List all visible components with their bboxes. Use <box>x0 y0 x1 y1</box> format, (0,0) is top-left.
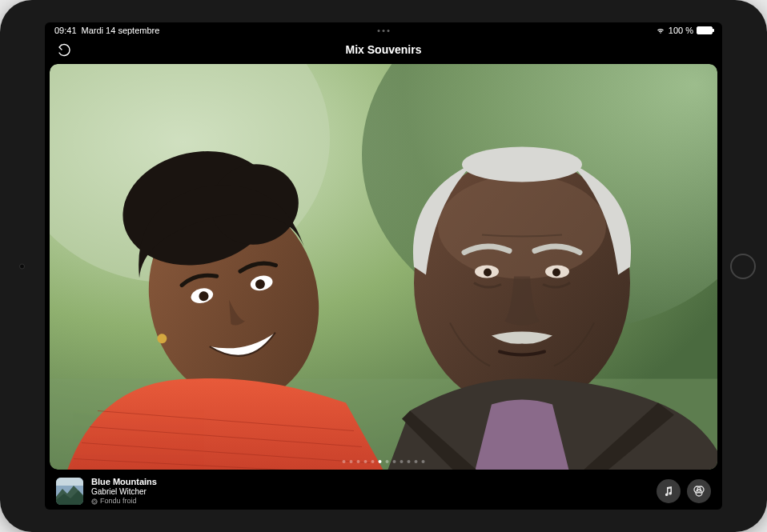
track-title: Blue Mountains <box>91 477 649 487</box>
page-dot[interactable] <box>350 460 353 463</box>
status-left: 09:41 Mardi 14 septembre <box>54 26 159 35</box>
filter-circles-icon <box>693 485 705 498</box>
page-dot[interactable] <box>364 460 367 463</box>
svg-point-16 <box>438 175 606 279</box>
page-dot[interactable] <box>386 460 389 463</box>
page-dot[interactable] <box>371 460 375 463</box>
screen: 09:41 Mardi 14 septembre 100 % Mix So <box>45 22 722 510</box>
page-dot[interactable] <box>408 460 411 463</box>
music-note-icon <box>662 485 675 498</box>
svg-point-17 <box>462 147 582 182</box>
album-artwork[interactable] <box>56 478 83 505</box>
svg-point-19 <box>484 269 492 277</box>
page-dot[interactable] <box>393 460 396 463</box>
page-dot[interactable] <box>343 460 346 463</box>
track-effect: Fondu froid <box>91 497 649 506</box>
status-right: 100 % <box>656 26 713 35</box>
undo-icon <box>56 42 72 58</box>
pagination-dots[interactable] <box>343 460 425 463</box>
aperture-icon <box>91 498 98 505</box>
memory-photo <box>50 64 717 470</box>
front-camera <box>19 263 25 269</box>
bottom-bar: Blue Mountains Gabriel Witcher Fondu fro… <box>45 473 722 510</box>
page-dot[interactable] <box>415 460 418 463</box>
page-dot-active[interactable] <box>379 460 382 463</box>
effect-label: Fondu froid <box>100 497 137 506</box>
header: Mix Souvenirs <box>45 38 722 61</box>
music-button[interactable] <box>657 479 681 503</box>
track-info[interactable]: Blue Mountains Gabriel Witcher Fondu fro… <box>91 477 649 506</box>
page-dot[interactable] <box>357 460 360 463</box>
svg-point-21 <box>552 269 560 277</box>
svg-rect-24 <box>56 478 83 486</box>
status-time: 09:41 <box>54 26 77 35</box>
page-dot[interactable] <box>400 460 404 463</box>
page-title: Mix Souvenirs <box>346 43 422 56</box>
page-dot[interactable] <box>422 460 425 463</box>
battery-icon <box>697 26 713 34</box>
wifi-icon <box>656 26 665 34</box>
bottom-actions <box>657 479 711 503</box>
status-date: Mardi 14 septembre <box>82 26 160 35</box>
status-bar: 09:41 Mardi 14 septembre 100 % <box>45 22 722 38</box>
photo-card-current[interactable] <box>50 64 717 470</box>
svg-point-25 <box>92 498 97 503</box>
undo-button[interactable] <box>54 40 74 59</box>
photo-carousel[interactable] <box>50 64 717 470</box>
multitasking-indicator[interactable] <box>378 30 390 32</box>
track-artist: Gabriel Witcher <box>91 487 649 497</box>
battery-text: 100 % <box>669 26 693 35</box>
home-button[interactable] <box>730 254 756 279</box>
ipad-device-frame: 09:41 Mardi 14 septembre 100 % Mix So <box>0 0 767 532</box>
filter-button[interactable] <box>687 479 711 503</box>
